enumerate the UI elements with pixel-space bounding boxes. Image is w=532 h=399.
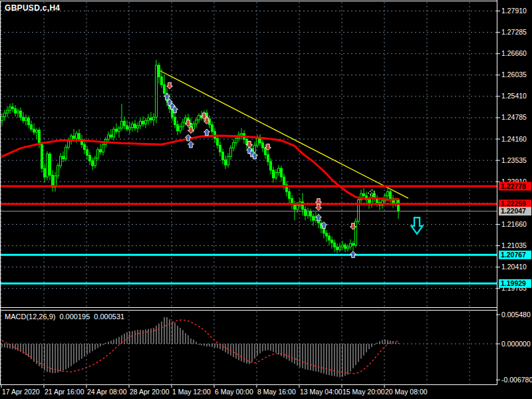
buy-arrow-icon[interactable] [164,94,170,100]
horizontal-lines[interactable] [0,186,497,283]
macd-axis-tick: 0.000000 [501,340,531,348]
time-axis-tick: 1 May 12:00 [172,388,211,396]
macd-name: MACD(12,26,9) [5,313,55,321]
price-axis-tick: 1.20410 [501,263,527,271]
chart-canvas[interactable]: 1.279101.272851.266601.260351.254101.247… [0,0,532,399]
current-price-badge: 1.22047 [501,207,526,215]
time-axis-tick: 24 Apr 08:00 [87,388,127,396]
time-axis-tick: 17 Apr 2020 [2,388,40,396]
buy-arrow-icon[interactable] [350,251,356,258]
buy-arrow-icon[interactable] [203,129,209,136]
price-axis-tick: 1.26660 [501,49,527,57]
macd-histogram [2,317,398,377]
red-ma-line [2,136,398,200]
macd-signal-line [2,320,398,374]
grid [0,2,497,384]
ma-layer [2,136,398,200]
price-axis-tick: 1.26035 [501,70,527,78]
price-badges: 1.227781.222591.220471.207671.19929 [499,182,531,288]
chart-window: 1.279101.272851.266601.260351.254101.247… [0,0,532,399]
price-axis-tick: 1.21660 [501,220,527,228]
time-axis[interactable]: 17 Apr 202021 Apr 16:0024 Apr 08:0028 Ap… [1,385,428,396]
macd-axis-tick: -0.006780 [501,376,532,384]
price-axis-tick: 1.24160 [501,135,527,143]
price-axis-tick: 1.25410 [501,92,527,100]
level-price-badge: 1.20767 [501,251,526,259]
price-axis-tick: 1.21035 [501,241,527,249]
time-axis-tick: 6 May 00:00 [215,388,253,396]
panel-borders [0,0,497,385]
sell-arrow-icon[interactable] [166,82,172,89]
big-down-arrow-icon[interactable] [412,217,423,234]
big-arrow-layer[interactable] [412,217,423,234]
macd-signal-layer [2,320,398,374]
price-axis-tick: 1.24785 [501,113,527,121]
level-price-badge: 1.19929 [501,279,526,287]
price-axis-tick: 1.23535 [501,156,527,164]
time-axis-tick: 8 May 16:00 [257,388,296,396]
time-axis-tick: 21 Apr 16:00 [45,388,84,396]
macd-axis-tick: 0.005480 [501,311,531,319]
buy-arrow-icon[interactable] [188,142,194,148]
macd-indicator-label: MACD(12,26,9)0.0001950.000531 [5,313,128,321]
macd-signal-value: 0.000531 [94,313,124,321]
macd-main-value: 0.000195 [59,313,90,321]
level-price-badge: 1.22778 [501,182,526,190]
time-axis-tick: 15 May 20:00 [342,388,385,396]
price-axis[interactable]: 1.279101.272851.266601.260351.254101.247… [496,7,527,292]
time-axis-tick: 13 May 04:00 [300,388,342,396]
time-axis-tick: 28 Apr 20:00 [130,388,170,396]
chart-title: GBPUSD.c,H4 [5,3,60,13]
sell-arrow-icon[interactable] [315,204,321,211]
price-axis-tick: 1.27285 [501,28,527,36]
price-axis-tick: 1.27910 [501,7,527,15]
macd-axis[interactable]: 0.0054800.000000-0.006780 [496,311,532,384]
time-axis-tick: 20 May 08:00 [385,388,428,396]
